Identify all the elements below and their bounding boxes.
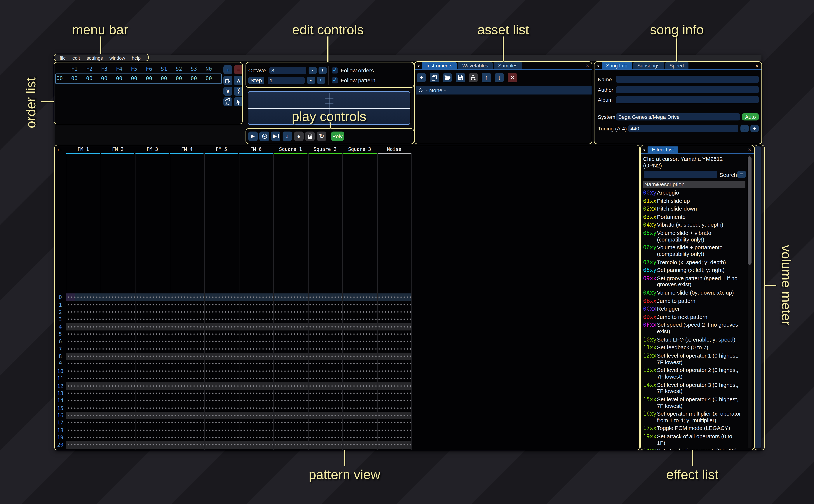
tab-instruments[interactable]: Instruments bbox=[422, 62, 457, 69]
order-duplicate-button[interactable] bbox=[223, 76, 232, 85]
tab-effect-list[interactable]: Effect List bbox=[648, 146, 678, 153]
order-cell[interactable]: 00 bbox=[171, 75, 186, 81]
author-input[interactable] bbox=[616, 86, 759, 93]
auto-system-button[interactable]: Auto bbox=[742, 113, 759, 120]
order-column-N0: N0 bbox=[201, 66, 216, 72]
order-row[interactable]: 00000000000000000000 bbox=[67, 75, 216, 81]
pattern-cursor[interactable] bbox=[66, 294, 75, 301]
menu-item-window[interactable]: window bbox=[109, 55, 125, 61]
pattern-view-panel[interactable]: ++ FM 1FM 2FM 3FM 4FM 5FM 6Square 1Squar… bbox=[55, 146, 640, 450]
step-minus-button[interactable]: - bbox=[307, 77, 315, 84]
effect-list-scrollbar[interactable] bbox=[748, 155, 752, 448]
order-move-down-button[interactable]: ∨ bbox=[223, 87, 232, 96]
channel-header-square-3[interactable]: Square 3 bbox=[342, 146, 377, 153]
play-button[interactable]: ▶ bbox=[248, 131, 258, 141]
effect-search-input[interactable] bbox=[644, 171, 717, 178]
order-move-bottom-button[interactable]: ∨∨ bbox=[234, 87, 243, 96]
octave-input[interactable]: 3 bbox=[269, 67, 306, 74]
step-button[interactable]: Step bbox=[248, 77, 264, 84]
metronome-button[interactable] bbox=[305, 131, 315, 141]
name-input[interactable] bbox=[616, 76, 759, 83]
channel-header-square-2[interactable]: Square 2 bbox=[308, 146, 342, 153]
repeat-pattern-button[interactable]: ↻ bbox=[317, 131, 326, 141]
pattern-corner[interactable]: ++ bbox=[57, 148, 62, 153]
effect-code: 08xy bbox=[643, 267, 657, 273]
order-cell[interactable]: 00 bbox=[201, 75, 216, 81]
order-unlink-button[interactable] bbox=[223, 97, 232, 106]
order-cell[interactable]: 00 bbox=[97, 75, 112, 81]
menu-item-settings[interactable]: settings bbox=[87, 55, 103, 61]
menu-item-file[interactable]: file bbox=[60, 55, 66, 61]
channel-separator bbox=[273, 153, 274, 450]
octave-plus-button[interactable]: + bbox=[318, 67, 326, 74]
play-one-row-button[interactable]: ▶ bbox=[271, 131, 280, 141]
channel-header-fm-5[interactable]: FM 5 bbox=[204, 146, 239, 153]
order-cell[interactable]: 00 bbox=[112, 75, 127, 81]
channel-header-fm-6[interactable]: FM 6 bbox=[239, 146, 273, 153]
collapse-triangle-icon[interactable]: ▼ bbox=[595, 62, 602, 69]
annotation-label-effect-list: effect list bbox=[659, 467, 726, 482]
tab-wavetables[interactable]: Wavetables bbox=[458, 62, 493, 69]
order-cell[interactable]: 00 bbox=[142, 75, 156, 81]
open-asset-button[interactable] bbox=[443, 73, 452, 82]
channel-header-fm-3[interactable]: FM 3 bbox=[135, 146, 170, 153]
step-plus-button[interactable]: + bbox=[317, 77, 325, 84]
effect-entry: 01xxPitch slide up bbox=[641, 198, 747, 206]
tab-song-info[interactable]: Song Info bbox=[602, 62, 632, 69]
album-input[interactable] bbox=[616, 96, 759, 103]
add-asset-button[interactable]: + bbox=[417, 73, 426, 82]
collapse-triangle-icon[interactable]: ▼ bbox=[415, 62, 422, 69]
delete-asset-button[interactable]: × bbox=[508, 73, 517, 82]
order-cell[interactable]: 00 bbox=[186, 75, 201, 81]
order-move-up-button[interactable]: ∧ bbox=[234, 76, 243, 85]
order-cell[interactable]: 00 bbox=[67, 75, 82, 81]
collapse-triangle-icon[interactable]: ▼ bbox=[641, 146, 648, 153]
menu-item-help[interactable]: help bbox=[132, 55, 141, 61]
step-input[interactable]: 1 bbox=[267, 77, 304, 84]
octave-minus-button[interactable]: - bbox=[308, 67, 317, 74]
order-remove-button[interactable]: − bbox=[234, 65, 243, 74]
play-from-beginning-button[interactable]: ▶ bbox=[259, 131, 269, 141]
record-button[interactable]: ● bbox=[294, 131, 303, 141]
step-down-button[interactable]: ↓ bbox=[282, 131, 292, 141]
channel-header-fm-4[interactable]: FM 4 bbox=[170, 146, 204, 153]
instrument-list-item[interactable]: - None - bbox=[416, 86, 592, 95]
scrollbar-thumb[interactable] bbox=[748, 156, 752, 265]
effect-code: 09xx bbox=[643, 275, 657, 288]
tuning-input[interactable]: 440 bbox=[628, 125, 738, 132]
order-select-button[interactable] bbox=[234, 97, 243, 106]
channel-header-fm-1[interactable]: FM 1 bbox=[66, 146, 100, 153]
effect-entry: 08xySet panning (x: left; y: right) bbox=[641, 267, 747, 275]
order-cell[interactable]: 00 bbox=[82, 75, 97, 81]
close-icon[interactable]: × bbox=[585, 62, 591, 69]
channel-header-square-1[interactable]: Square 1 bbox=[273, 146, 308, 153]
move-asset-up-button[interactable]: ↑ bbox=[482, 73, 491, 82]
tab-speed[interactable]: Speed bbox=[665, 62, 688, 69]
system-input[interactable]: Sega Genesis/Mega Drive bbox=[616, 113, 740, 120]
channel-header-noise[interactable]: Noise bbox=[377, 146, 412, 153]
tab-samples[interactable]: Samples bbox=[494, 62, 522, 69]
order-cell[interactable]: 00 bbox=[156, 75, 171, 81]
tuning-minus-button[interactable]: - bbox=[740, 125, 749, 132]
order-add-button[interactable]: + bbox=[223, 65, 232, 74]
row-number: 15 bbox=[55, 404, 65, 412]
close-icon[interactable]: × bbox=[754, 62, 760, 69]
follow-pattern-checkbox[interactable]: ✓ bbox=[332, 77, 338, 83]
menu-bar: fileeditsettingswindowhelp bbox=[55, 55, 761, 61]
tuning-plus-button[interactable]: + bbox=[750, 125, 759, 132]
menu-item-edit[interactable]: edit bbox=[72, 55, 80, 61]
duplicate-asset-button[interactable] bbox=[430, 73, 439, 82]
column-description: Description bbox=[657, 181, 685, 188]
hamburger-menu-icon[interactable]: ≡ bbox=[737, 171, 746, 178]
save-asset-button[interactable] bbox=[456, 73, 465, 82]
organize-assets-button[interactable] bbox=[469, 73, 478, 82]
channel-header-fm-2[interactable]: FM 2 bbox=[100, 146, 135, 153]
tab-subsongs[interactable]: Subsongs bbox=[633, 62, 664, 69]
poly-button[interactable]: Poly bbox=[331, 131, 344, 141]
follow-orders-checkbox[interactable]: ✓ bbox=[332, 67, 338, 73]
order-cell[interactable]: 00 bbox=[127, 75, 142, 81]
channel-separator bbox=[239, 153, 239, 450]
move-asset-down-button[interactable]: ↓ bbox=[495, 73, 504, 82]
close-icon[interactable]: × bbox=[747, 146, 753, 153]
effect-description: Volume slide + vibrato (compatibility on… bbox=[657, 230, 742, 243]
